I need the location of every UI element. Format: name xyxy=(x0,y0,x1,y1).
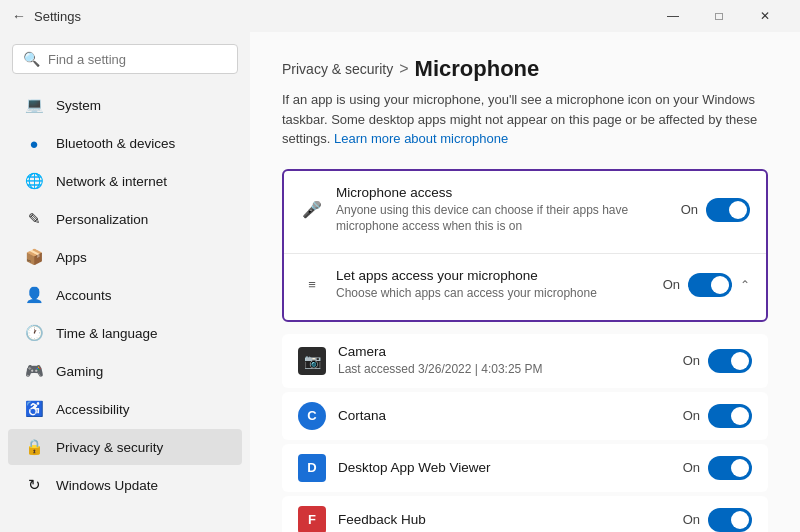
personalization-icon: ✎ xyxy=(24,209,44,229)
sidebar-label-privacy: Privacy & security xyxy=(56,440,163,455)
sidebar-label-accessibility: Accessibility xyxy=(56,402,130,417)
search-input[interactable] xyxy=(48,52,227,67)
camera-name: Camera xyxy=(338,344,671,359)
feedback-app-icon: F xyxy=(298,506,326,532)
sidebar-label-bluetooth: Bluetooth & devices xyxy=(56,136,175,151)
microphone-icon: 🎤 xyxy=(300,200,324,219)
update-icon: ↻ xyxy=(24,475,44,495)
microphone-access-right: On xyxy=(681,198,750,222)
network-icon: 🌐 xyxy=(24,171,44,191)
microphone-access-toggle[interactable] xyxy=(706,198,750,222)
app-title: Settings xyxy=(34,9,81,24)
breadcrumb-separator: > xyxy=(399,60,408,78)
gaming-icon: 🎮 xyxy=(24,361,44,381)
maximize-button[interactable]: □ xyxy=(696,0,742,32)
cortana-row[interactable]: C Cortana On xyxy=(282,392,768,440)
apps-access-icon: ≡ xyxy=(300,277,324,292)
let-apps-access-text: Let apps access your microphone Choose w… xyxy=(336,268,651,302)
microphone-access-title: Microphone access xyxy=(336,185,669,200)
camera-status: On xyxy=(683,353,700,368)
sidebar-label-gaming: Gaming xyxy=(56,364,103,379)
desktop-app-row[interactable]: D Desktop App Web Viewer On xyxy=(282,444,768,492)
page-description: If an app is using your microphone, you'… xyxy=(282,90,768,149)
sidebar-label-windows-update: Windows Update xyxy=(56,478,158,493)
sidebar-label-network: Network & internet xyxy=(56,174,167,189)
sidebar-item-windows-update[interactable]: ↻ Windows Update xyxy=(8,467,242,503)
apps-icon: 📦 xyxy=(24,247,44,267)
sidebar-item-accounts[interactable]: 👤 Accounts xyxy=(8,277,242,313)
breadcrumb-current: Microphone xyxy=(415,56,540,82)
accessibility-icon: ♿ xyxy=(24,399,44,419)
sidebar-label-time: Time & language xyxy=(56,326,158,341)
learn-more-link[interactable]: Learn more about microphone xyxy=(334,131,508,146)
search-icon: 🔍 xyxy=(23,51,40,67)
titlebar: ← Settings — □ ✕ xyxy=(0,0,800,32)
feedback-row[interactable]: F Feedback Hub On xyxy=(282,496,768,532)
cortana-toggle[interactable] xyxy=(708,404,752,428)
sidebar: 🔍 💻 System ● Bluetooth & devices 🌐 Netwo… xyxy=(0,32,250,532)
desktop-name: Desktop App Web Viewer xyxy=(338,460,671,475)
feedback-toggle[interactable] xyxy=(708,508,752,532)
feedback-text: Feedback Hub xyxy=(338,512,671,527)
sidebar-item-system[interactable]: 💻 System xyxy=(8,87,242,123)
sidebar-item-apps[interactable]: 📦 Apps xyxy=(8,239,242,275)
sidebar-label-personalization: Personalization xyxy=(56,212,148,227)
minimize-button[interactable]: — xyxy=(650,0,696,32)
microphone-access-status: On xyxy=(681,202,698,217)
sidebar-label-apps: Apps xyxy=(56,250,87,265)
desktop-status: On xyxy=(683,460,700,475)
cortana-text: Cortana xyxy=(338,408,671,423)
desktop-right: On xyxy=(683,456,752,480)
sidebar-item-time[interactable]: 🕐 Time & language xyxy=(8,315,242,351)
microphone-access-desc: Anyone using this device can choose if t… xyxy=(336,202,669,236)
let-apps-access-row[interactable]: ≡ Let apps access your microphone Choose… xyxy=(284,254,766,316)
sidebar-item-network[interactable]: 🌐 Network & internet xyxy=(8,163,242,199)
desktop-text: Desktop App Web Viewer xyxy=(338,460,671,475)
camera-row[interactable]: 📷 Camera Last accessed 3/26/2022 | 4:03:… xyxy=(282,334,768,388)
system-icon: 💻 xyxy=(24,95,44,115)
camera-text: Camera Last accessed 3/26/2022 | 4:03:25… xyxy=(338,344,671,378)
cortana-status: On xyxy=(683,408,700,423)
camera-app-icon: 📷 xyxy=(298,347,326,375)
privacy-icon: 🔒 xyxy=(24,437,44,457)
titlebar-controls: — □ ✕ xyxy=(650,0,788,32)
let-apps-chevron-icon: ⌃ xyxy=(740,278,750,292)
feedback-name: Feedback Hub xyxy=(338,512,671,527)
let-apps-access-title: Let apps access your microphone xyxy=(336,268,651,283)
desktop-toggle[interactable] xyxy=(708,456,752,480)
microphone-access-text: Microphone access Anyone using this devi… xyxy=(336,185,669,236)
sidebar-item-gaming[interactable]: 🎮 Gaming xyxy=(8,353,242,389)
sidebar-item-personalization[interactable]: ✎ Personalization xyxy=(8,201,242,237)
highlighted-settings-box: 🎤 Microphone access Anyone using this de… xyxy=(282,169,768,322)
let-apps-access-status: On xyxy=(663,277,680,292)
bluetooth-icon: ● xyxy=(24,133,44,153)
feedback-status: On xyxy=(683,512,700,527)
sidebar-item-privacy[interactable]: 🔒 Privacy & security xyxy=(8,429,242,465)
breadcrumb: Privacy & security > Microphone xyxy=(282,56,768,82)
cortana-app-icon: C xyxy=(298,402,326,430)
search-box[interactable]: 🔍 xyxy=(12,44,238,74)
camera-toggle[interactable] xyxy=(708,349,752,373)
desktop-app-icon: D xyxy=(298,454,326,482)
cortana-name: Cortana xyxy=(338,408,671,423)
cortana-right: On xyxy=(683,404,752,428)
back-button[interactable]: ← xyxy=(12,8,26,24)
let-apps-access-desc: Choose which apps can access your microp… xyxy=(336,285,651,302)
app-container: 🔍 💻 System ● Bluetooth & devices 🌐 Netwo… xyxy=(0,32,800,532)
let-apps-access-toggle[interactable] xyxy=(688,273,732,297)
accounts-icon: 👤 xyxy=(24,285,44,305)
sidebar-item-bluetooth[interactable]: ● Bluetooth & devices xyxy=(8,125,242,161)
close-button[interactable]: ✕ xyxy=(742,0,788,32)
titlebar-left: ← Settings xyxy=(12,8,81,24)
microphone-access-row[interactable]: 🎤 Microphone access Anyone using this de… xyxy=(284,171,766,250)
sidebar-label-system: System xyxy=(56,98,101,113)
sidebar-label-accounts: Accounts xyxy=(56,288,112,303)
sidebar-item-accessibility[interactable]: ♿ Accessibility xyxy=(8,391,242,427)
camera-desc: Last accessed 3/26/2022 | 4:03:25 PM xyxy=(338,361,671,378)
camera-right: On xyxy=(683,349,752,373)
time-icon: 🕐 xyxy=(24,323,44,343)
main-content: Privacy & security > Microphone If an ap… xyxy=(250,32,800,532)
let-apps-access-right: On ⌃ xyxy=(663,273,750,297)
breadcrumb-parent[interactable]: Privacy & security xyxy=(282,61,393,77)
feedback-right: On xyxy=(683,508,752,532)
